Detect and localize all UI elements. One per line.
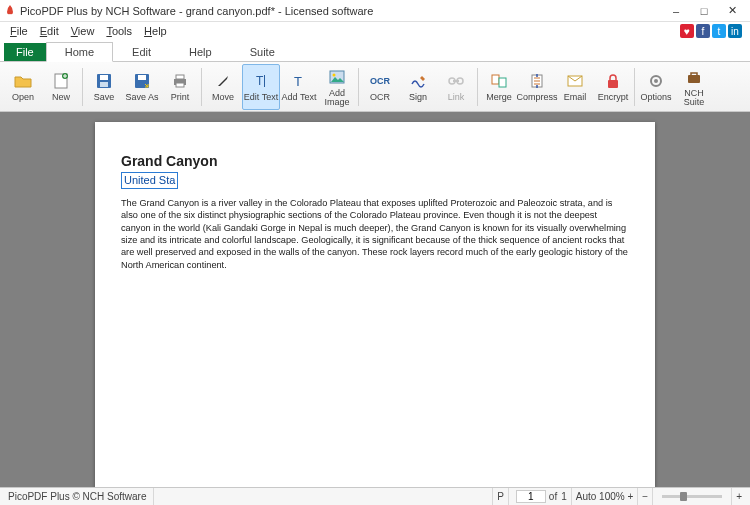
saveas-icon — [132, 71, 152, 91]
save-icon — [94, 71, 114, 91]
zoom-slider[interactable] — [653, 488, 732, 505]
menu-file[interactable]: File — [4, 24, 34, 38]
status-app: PicoPDF Plus © NCH Software — [4, 488, 154, 505]
doc-body[interactable]: The Grand Canyon is a river valley in th… — [121, 197, 629, 272]
options-icon — [646, 71, 666, 91]
facebook-icon[interactable]: f — [696, 24, 710, 38]
addimage-button[interactable]: Add Image — [318, 64, 356, 110]
print-button[interactable]: Print — [161, 64, 199, 110]
doc-title[interactable]: Grand Canyon — [121, 152, 629, 171]
linkedin-icon[interactable]: in — [728, 24, 742, 38]
compress-button[interactable]: Compress — [518, 64, 556, 110]
nchsuite-button[interactable]: NCH Suite — [675, 64, 713, 110]
svg-rect-25 — [688, 75, 700, 83]
pdf-page[interactable]: Grand Canyon United Sta The Grand Canyon… — [95, 122, 655, 487]
compress-icon — [527, 71, 547, 91]
tab-suite[interactable]: Suite — [231, 42, 294, 61]
merge-icon — [489, 71, 509, 91]
close-button[interactable]: ✕ — [718, 1, 746, 21]
save-button[interactable]: Save — [85, 64, 123, 110]
print-icon — [170, 71, 190, 91]
doc-subtitle-editing[interactable]: United Sta — [121, 172, 178, 189]
menu-bar: File Edit View Tools Help ♥ f t in — [0, 22, 750, 40]
maximize-button[interactable]: □ — [690, 1, 718, 21]
zoom-thumb[interactable] — [680, 492, 687, 501]
menu-view[interactable]: View — [65, 24, 101, 38]
move-icon — [213, 71, 233, 91]
svg-rect-22 — [608, 80, 618, 88]
twitter-icon[interactable]: t — [712, 24, 726, 38]
addtext-button[interactable]: TAdd Text — [280, 64, 318, 110]
svg-rect-4 — [100, 82, 108, 87]
menu-tools[interactable]: Tools — [100, 24, 138, 38]
svg-text:T: T — [294, 74, 302, 89]
app-icon — [4, 5, 16, 17]
status-pageindicator: P — [493, 488, 509, 505]
window-title: PicoPDF Plus by NCH Software - grand can… — [20, 5, 373, 17]
current-page-input[interactable] — [516, 490, 546, 503]
svg-rect-19 — [499, 78, 506, 87]
page-of-label: of — [549, 491, 557, 502]
zoom-in-button[interactable]: + — [732, 488, 746, 505]
ocr-icon: OCR — [370, 71, 390, 91]
ribbon-toolbar: Open New Save Save As Print Move TEdit T… — [0, 62, 750, 112]
social-icons: ♥ f t in — [680, 24, 746, 38]
addtext-icon: T — [289, 71, 309, 91]
status-spacer — [154, 488, 493, 505]
link-button[interactable]: Link — [437, 64, 475, 110]
like-icon[interactable]: ♥ — [680, 24, 694, 38]
nchsuite-icon — [684, 67, 704, 87]
saveas-button[interactable]: Save As — [123, 64, 161, 110]
merge-button[interactable]: Merge — [480, 64, 518, 110]
email-icon — [565, 71, 585, 91]
link-icon — [446, 71, 466, 91]
options-button[interactable]: Options — [637, 64, 675, 110]
svg-rect-8 — [176, 75, 184, 79]
tab-file[interactable]: File — [4, 43, 46, 61]
svg-rect-18 — [492, 75, 499, 84]
svg-point-24 — [654, 79, 658, 83]
status-bar: PicoPDF Plus © NCH Software P of 1 Auto … — [0, 487, 750, 505]
encrypt-icon — [603, 71, 623, 91]
ocr-button[interactable]: OCROCR — [361, 64, 399, 110]
edittext-icon: T — [251, 71, 271, 91]
minimize-button[interactable]: – — [662, 1, 690, 21]
svg-rect-11 — [264, 75, 265, 87]
svg-rect-3 — [100, 75, 108, 80]
sign-icon — [408, 71, 428, 91]
new-icon — [51, 71, 71, 91]
open-icon — [13, 71, 33, 91]
open-button[interactable]: Open — [4, 64, 42, 110]
encrypt-button[interactable]: Encrypt — [594, 64, 632, 110]
menu-edit[interactable]: Edit — [34, 24, 65, 38]
zoom-label[interactable]: Auto 100% + — [572, 488, 639, 505]
sign-button[interactable]: Sign — [399, 64, 437, 110]
menu-help[interactable]: Help — [138, 24, 173, 38]
edittext-button[interactable]: TEdit Text — [242, 64, 280, 110]
svg-text:T: T — [256, 74, 264, 88]
email-button[interactable]: Email — [556, 64, 594, 110]
zoom-out-button[interactable]: − — [638, 488, 653, 505]
tab-strip: File Home Edit Help Suite — [0, 40, 750, 62]
move-button[interactable]: Move — [204, 64, 242, 110]
svg-rect-17 — [453, 80, 459, 82]
addimage-icon — [327, 67, 347, 87]
tab-edit[interactable]: Edit — [113, 42, 170, 61]
tab-home[interactable]: Home — [46, 42, 113, 62]
status-pages: of 1 — [509, 488, 572, 505]
tab-help[interactable]: Help — [170, 42, 231, 61]
title-bar: PicoPDF Plus by NCH Software - grand can… — [0, 0, 750, 22]
document-workspace[interactable]: Grand Canyon United Sta The Grand Canyon… — [0, 112, 750, 487]
svg-rect-6 — [138, 75, 146, 80]
svg-rect-9 — [176, 83, 184, 87]
svg-point-14 — [333, 73, 336, 76]
total-pages: 1 — [561, 491, 567, 502]
new-button[interactable]: New — [42, 64, 80, 110]
